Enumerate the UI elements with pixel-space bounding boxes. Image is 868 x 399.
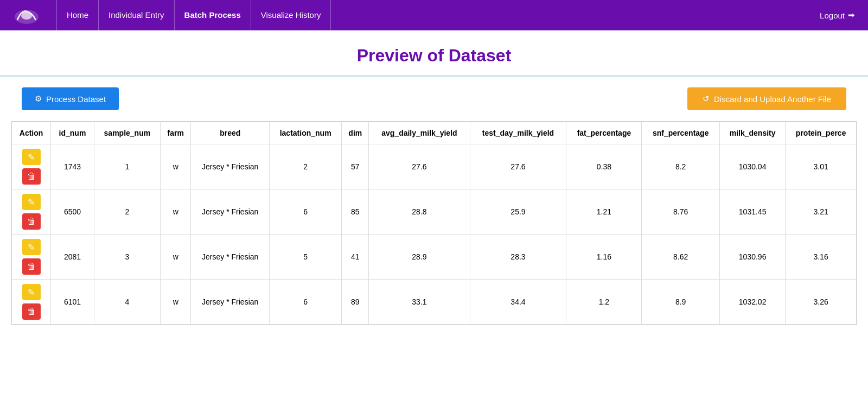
cell-test_day_milk_yield: 34.4 (470, 280, 566, 325)
table-row: ✎ 🗑 17431wJersey * Friesian25727.627.60.… (12, 144, 857, 189)
cell-breed: Jersey * Friesian (191, 235, 270, 280)
cell-farm: w (161, 144, 191, 189)
cell-test_day_milk_yield: 27.6 (470, 144, 566, 189)
col-action: Action (12, 122, 51, 144)
table-row: ✎ 🗑 20813wJersey * Friesian54128.928.31.… (12, 235, 857, 280)
dataset-table: Action id_num sample_num farm breed lact… (11, 122, 857, 325)
nav-batch-process[interactable]: Batch Process (175, 0, 251, 30)
cell-test_day_milk_yield: 28.3 (470, 235, 566, 280)
nav-individual-entry[interactable]: Individual Entry (99, 0, 175, 30)
cell-milk_density: 1030.04 (719, 144, 785, 189)
col-avg-daily-milk-yield: avg_daily_milk_yield (369, 122, 470, 144)
discard-upload-button[interactable]: ↺ Discard and Upload Another File (687, 87, 846, 110)
col-lactation-num: lactation_num (269, 122, 341, 144)
nav-visualize-history[interactable]: Visualize History (251, 0, 331, 30)
edit-button-row-3[interactable]: ✎ (22, 284, 41, 300)
cell-fat_percentage: 1.21 (566, 189, 642, 235)
cell-fat_percentage: 1.2 (566, 280, 642, 325)
cell-sample_num: 4 (94, 280, 160, 325)
logo (13, 4, 40, 26)
navbar: Home Individual Entry Batch Process Visu… (0, 0, 868, 30)
discard-label: Discard and Upload Another File (714, 94, 831, 104)
action-cell: ✎ 🗑 (12, 189, 51, 235)
table-row: ✎ 🗑 61014wJersey * Friesian68933.134.41.… (12, 280, 857, 325)
cell-breed: Jersey * Friesian (191, 189, 270, 235)
col-milk-density: milk_density (719, 122, 785, 144)
process-dataset-button[interactable]: ⚙ Process Dataset (22, 87, 119, 110)
data-table-container: Action id_num sample_num farm breed lact… (11, 121, 857, 325)
discard-icon: ↺ (703, 94, 710, 104)
logout-icon: ➡︎ (848, 10, 855, 20)
cell-snf_percentage: 8.9 (642, 280, 720, 325)
col-test-day-milk-yield: test_day_milk_yield (470, 122, 566, 144)
cell-id_num: 1743 (51, 144, 94, 189)
cell-id_num: 6101 (51, 280, 94, 325)
cell-test_day_milk_yield: 25.9 (470, 189, 566, 235)
process-icon: ⚙ (35, 94, 42, 104)
cell-sample_num: 3 (94, 235, 160, 280)
cell-lactation_num: 6 (269, 189, 341, 235)
action-cell: ✎ 🗑 (12, 235, 51, 280)
table-row: ✎ 🗑 65002wJersey * Friesian68528.825.91.… (12, 189, 857, 235)
logout-label: Logout (820, 11, 845, 20)
cell-farm: w (161, 235, 191, 280)
edit-button-row-2[interactable]: ✎ (22, 239, 41, 255)
cell-snf_percentage: 8.2 (642, 144, 720, 189)
cell-milk_density: 1030.96 (719, 235, 785, 280)
cell-sample_num: 2 (94, 189, 160, 235)
nav-home[interactable]: Home (56, 0, 99, 30)
delete-button-row-2[interactable]: 🗑 (22, 258, 41, 275)
cell-milk_density: 1031.45 (719, 189, 785, 235)
action-cell: ✎ 🗑 (12, 280, 51, 325)
col-snf-percentage: snf_percentage (642, 122, 720, 144)
cell-id_num: 6500 (51, 189, 94, 235)
table-header-row: Action id_num sample_num farm breed lact… (12, 122, 857, 144)
cell-fat_percentage: 1.16 (566, 235, 642, 280)
cell-lactation_num: 6 (269, 280, 341, 325)
cell-lactation_num: 5 (269, 235, 341, 280)
cell-farm: w (161, 189, 191, 235)
cell-dim: 89 (342, 280, 369, 325)
col-id-num: id_num (51, 122, 94, 144)
cell-breed: Jersey * Friesian (191, 144, 270, 189)
cell-avg_daily_milk_yield: 27.6 (369, 144, 470, 189)
col-farm: farm (161, 122, 191, 144)
nav-links: Home Individual Entry Batch Process Visu… (56, 0, 331, 30)
edit-button-row-1[interactable]: ✎ (22, 194, 41, 210)
cell-breed: Jersey * Friesian (191, 280, 270, 325)
actions-row: ⚙ Process Dataset ↺ Discard and Upload A… (0, 77, 868, 121)
cell-milk_density: 1032.02 (719, 280, 785, 325)
cell-protein_perce: 3.16 (786, 235, 857, 280)
cell-farm: w (161, 280, 191, 325)
col-fat-percentage: fat_percentage (566, 122, 642, 144)
cell-avg_daily_milk_yield: 28.8 (369, 189, 470, 235)
page-title: Preview of Dataset (0, 46, 868, 77)
logout-button[interactable]: Logout ➡︎ (820, 10, 855, 20)
cell-protein_perce: 3.26 (786, 280, 857, 325)
col-breed: breed (191, 122, 270, 144)
delete-button-row-1[interactable]: 🗑 (22, 213, 41, 230)
cell-id_num: 2081 (51, 235, 94, 280)
cell-fat_percentage: 0.38 (566, 144, 642, 189)
cell-sample_num: 1 (94, 144, 160, 189)
action-cell: ✎ 🗑 (12, 144, 51, 189)
cell-protein_perce: 3.01 (786, 144, 857, 189)
delete-button-row-3[interactable]: 🗑 (22, 303, 41, 320)
col-dim: dim (342, 122, 369, 144)
cell-dim: 85 (342, 189, 369, 235)
edit-button-row-0[interactable]: ✎ (22, 149, 41, 165)
col-protein-perce: protein_perce (786, 122, 857, 144)
process-label: Process Dataset (46, 94, 106, 104)
cell-snf_percentage: 8.62 (642, 235, 720, 280)
cell-avg_daily_milk_yield: 33.1 (369, 280, 470, 325)
cell-dim: 57 (342, 144, 369, 189)
cell-lactation_num: 2 (269, 144, 341, 189)
cell-dim: 41 (342, 235, 369, 280)
col-sample-num: sample_num (94, 122, 160, 144)
cell-avg_daily_milk_yield: 28.9 (369, 235, 470, 280)
cell-protein_perce: 3.21 (786, 189, 857, 235)
cell-snf_percentage: 8.76 (642, 189, 720, 235)
delete-button-row-0[interactable]: 🗑 (22, 168, 41, 185)
